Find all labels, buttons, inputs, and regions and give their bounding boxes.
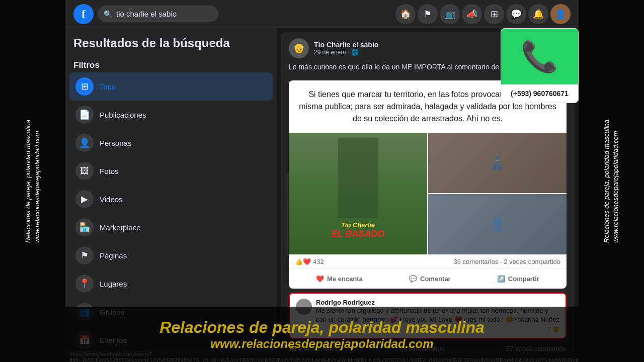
inner-image-left: Tío Charlie EL BASADO [289,133,427,254]
sidebar-item-paginas[interactable]: ⚑ Páginas [69,241,273,269]
watermark-bottom-line2: www.relacionesdeparejapolaridad.com [210,337,433,351]
nav-flag-button[interactable]: ⚑ [418,4,438,24]
sidebar-item-lugares-label: Lugares [100,280,127,288]
search-bar[interactable]: 🔍 tio charlie el sabio [98,6,218,22]
sidebar-item-marketplace-label: Marketplace [100,223,141,232]
sidebar-item-marketplace-icon: 🏪 [75,218,94,236]
sidebar-item-lugares[interactable]: 📍 Lugares [69,269,273,298]
sidebar-item-publicaciones-icon: 📄 [75,106,94,124]
sidebar-item-fotos-label: Fotos [100,167,119,175]
filters-label: Filtros [69,56,273,72]
sidebar-item-personas[interactable]: 👤 Personas [69,129,273,157]
watermark-bottom: Relaciones de pareja, polaridad masculin… [65,307,579,362]
whatsapp-number: (+593) 960760671 [501,84,578,103]
sidebar-title: Resultados de la búsqueda [69,36,273,56]
post-author-avatar: 👴 [289,38,309,58]
reaction-like-icon: 👍❤️ [295,258,311,265]
sidebar-item-marketplace[interactable]: 🏪 Marketplace [69,213,273,241]
inner-image-right-bottom: 👤 [428,194,567,254]
inner-reaction-count: 👍❤️ 432 [295,258,324,265]
post-author-name: Tío Charlie el sabio [314,41,378,49]
post-author-info: Tío Charlie el sabio 29 de enero · 🌐 [314,41,378,56]
facebook-logo[interactable]: f [73,4,94,24]
nav-bell-button[interactable]: 🔔 [528,4,548,24]
sidebar-item-paginas-label: Páginas [100,251,127,260]
inner-share-button[interactable]: ↗️ Compartir [491,271,545,287]
inner-post-images: Tío Charlie EL BASADO 👗 👤 [289,133,567,254]
sidebar-item-todo-icon: ⊞ [75,77,94,96]
nav-icons: 🏠 ⚑ 📺 📣 ⊞ 💬 🔔 👤 [395,4,571,24]
sidebar-item-personas-icon: 👤 [75,134,94,152]
watermark-left-text: Relaciones de pareja, polaridad masculin… [24,120,42,243]
inner-image-watermark: Tío Charlie EL BASADO [289,221,427,239]
sidebar-item-publicaciones-label: Publicaciones [100,111,146,119]
post-date: 29 de enero · 🌐 [314,49,378,56]
whatsapp-icon: 📞 [521,39,558,74]
sidebar: Resultados de la búsqueda Filtros ⊞ Todo… [65,28,277,351]
inner-post-reactions: 👍❤️ 432 36 comentarios · 2 veces compart… [289,254,567,268]
user-avatar[interactable]: 👤 [550,4,571,24]
watermark-left: Relaciones de pareja, polaridad masculin… [0,0,65,362]
nav-megaphone-button[interactable]: 📣 [462,4,482,24]
sidebar-item-publicaciones[interactable]: 📄 Publicaciones [69,101,273,129]
inner-love-button[interactable]: ❤️ Me encanta [310,271,369,287]
sidebar-item-lugares-icon: 📍 [75,275,94,293]
sidebar-item-todo-label: Todo [100,82,116,91]
inner-comment-button[interactable]: 💬 Comentar [403,271,457,287]
sidebar-item-todo[interactable]: ⊞ Todo [69,72,273,101]
commenter-name: Rodrigo Rodriguez [316,299,559,306]
sidebar-item-videos-icon: ▶ [75,190,94,208]
navbar: f 🔍 tio charlie el sabio 🏠 ⚑ 📺 📣 ⊞ 💬 🔔 👤 [65,0,579,28]
nav-grid-button[interactable]: ⊞ [484,4,504,24]
inner-share-count: 36 comentarios · 2 veces compartido [454,258,560,265]
facebook-logo-letter: f [82,8,85,21]
nav-messenger-button[interactable]: 💬 [506,4,526,24]
sidebar-item-fotos-icon: 🖼 [75,162,94,180]
sidebar-item-videos[interactable]: ▶ Videos [69,185,273,213]
inner-image-right-top: 👗 [428,133,567,193]
sidebar-item-fotos[interactable]: 🖼 Fotos [69,157,273,185]
search-icon: 🔍 [104,10,112,18]
sidebar-item-paginas-icon: ⚑ [75,246,94,264]
search-input-value: tio charlie el sabio [116,10,177,18]
inner-post-actions: ❤️ Me encanta 💬 Comentar ↗️ Compartir [289,268,567,289]
inner-post: Si tienes que marcar tu territorio, en l… [289,80,567,289]
watermark-right: Relaciones de pareja, polaridad masculin… [579,0,644,362]
whatsapp-widget[interactable]: 📞 (+593) 960760671 [501,28,579,103]
nav-home-button[interactable]: 🏠 [395,4,416,24]
sidebar-item-personas-label: Personas [100,139,131,147]
nav-video-button[interactable]: 📺 [440,4,460,24]
sidebar-item-videos-label: Videos [100,195,123,204]
watermark-bottom-line1: Relaciones de pareja, polaridad masculin… [159,318,485,337]
watermark-right-text: Relaciones de pareja, polaridad masculin… [602,120,620,243]
whatsapp-icon-container: 📞 [501,29,578,84]
